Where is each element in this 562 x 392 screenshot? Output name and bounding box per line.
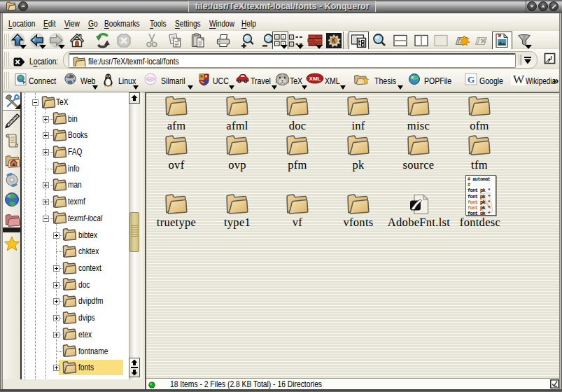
svg-text:Gem: Gem: [147, 78, 154, 81]
svg-text:W: W: [513, 73, 525, 85]
svg-text:G: G: [468, 74, 475, 85]
svg-text:XML: XML: [309, 76, 321, 82]
